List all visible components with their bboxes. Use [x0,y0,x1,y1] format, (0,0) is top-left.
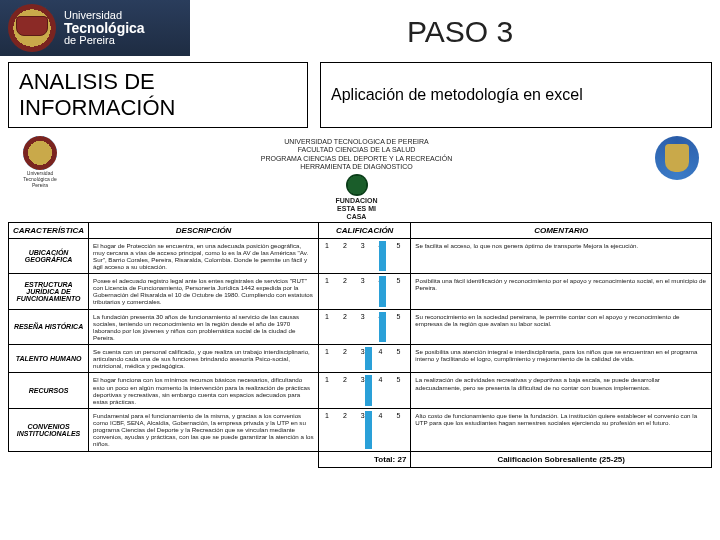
subtitle-left-box: ANALISIS DE INFORMACIÓN [8,62,308,128]
col-comentario: COMENTARIO [411,222,712,238]
rating-scale: 1 2 3 4 5 [325,242,406,249]
rating-scale: 1 2 3 4 5 [325,277,406,284]
table-row: RECURSOSEl hogar funciona con los mínimo… [9,373,712,409]
total-label: Total: [374,455,395,464]
row-comment: Alto costo de funcionamiento que tiene l… [411,408,712,451]
doc-title-l1: UNIVERSIDAD TECNOLOGICA DE PEREIRA [64,138,649,146]
table-row: ESTRUCTURA JURÍDICA DE FUNCIONAMIENTOPos… [9,274,712,310]
table-row: RESEÑA HISTÓRICALa fundación presenta 30… [9,309,712,345]
university-name: Universidad Tecnológica de Pereira [64,10,145,46]
crest-caption: Universidad Tecnológica de Pereira [16,170,64,188]
rating-highlight [365,347,372,370]
subtitle-right-box: Aplicación de metodología en excel [320,62,712,128]
globe-icon [346,174,368,196]
row-description: Se cuenta con un personal calificado, y … [89,345,319,373]
doc-crest-icon: Universidad Tecnológica de Pereira [16,136,64,188]
row-description: Posee el adecuado registro legal ante lo… [89,274,319,310]
rating-scale: 1 2 3 4 5 [325,313,406,320]
row-comment: Se posibilita una atención integral e in… [411,345,712,373]
university-line2: Tecnológica [64,21,145,35]
rating-highlight [379,312,386,343]
table-header-row: CARACTERÍSTICA DESCRIPCIÓN CALIFICACIÓN … [9,222,712,238]
rating-highlight [365,411,372,449]
row-description: Fundamental para el funcionamiento de la… [89,408,319,451]
foundation-logo: FUNDACION ESTA ES MI CASA [332,174,382,220]
row-comment: Posibilita una fácil identificación y re… [411,274,712,310]
col-calificacion: CALIFICACIÓN [319,222,411,238]
row-rating: 1 2 3 4 5 [319,274,411,310]
doc-title-block: UNIVERSIDAD TECNOLOGICA DE PEREIRA FACUL… [64,136,649,220]
foundation-l1: FUNDACION [332,197,382,204]
rating-highlight [379,241,386,272]
total-row: Total: 27 Calificación Sobresaliente (25… [9,451,712,467]
table-row: UBICACIÓN GEOGRÁFICAEl hogar de Protecci… [9,238,712,274]
row-description: La fundación presenta 30 años de funcion… [89,309,319,345]
row-characteristic: RECURSOS [9,373,89,409]
doc-title-l2: FACULTAD CIENCIAS DE LA SALUD [64,146,649,154]
row-comment: Su reconocimiento en la sociedad pereira… [411,309,712,345]
subheader: ANALISIS DE INFORMACIÓN Aplicación de me… [0,56,720,132]
row-rating: 1 2 3 4 5 [319,408,411,451]
doc-title-l3: PROGRAMA CIENCIAS DEL DEPORTE Y LA RECRE… [64,155,649,163]
rating-highlight [379,276,386,307]
row-rating: 1 2 3 4 5 [319,345,411,373]
row-characteristic: TALENTO HUMANO [9,345,89,373]
row-comment: Se facilita el acceso, lo que nos genera… [411,238,712,274]
row-characteristic: CONVENIOS INSTITUCIONALES [9,408,89,451]
step-title-area: PASO 3 [200,4,720,60]
total-value: 27 [397,455,406,464]
step-title: PASO 3 [407,15,513,49]
row-description: El hogar funciona con los mínimos recurs… [89,373,319,409]
table-row: TALENTO HUMANOSe cuenta con un personal … [9,345,712,373]
foundation-l2: ESTA ES MI [332,205,382,212]
table-row: CONVENIOS INSTITUCIONALESFundamental par… [9,408,712,451]
doc-header: Universidad Tecnológica de Pereira UNIVE… [8,136,712,220]
row-rating: 1 2 3 4 5 [319,309,411,345]
foundation-l3: CASA [332,213,382,220]
rating-highlight [365,375,372,406]
program-badge-icon [649,136,704,186]
university-line3: de Pereira [64,35,145,46]
row-characteristic: UBICACIÓN GEOGRÁFICA [9,238,89,274]
row-characteristic: ESTRUCTURA JURÍDICA DE FUNCIONAMIENTO [9,274,89,310]
doc-title-l4: HERRAMIENTA DE DIAGNOSTICO [64,163,649,171]
row-characteristic: RESEÑA HISTÓRICA [9,309,89,345]
document-preview: Universidad Tecnológica de Pereira UNIVE… [8,136,712,540]
row-rating: 1 2 3 4 5 [319,373,411,409]
university-crest-icon [8,4,56,52]
row-comment: La realización de actividades recreativa… [411,373,712,409]
row-description: El hogar de Protección se encuentra, en … [89,238,319,274]
row-rating: 1 2 3 4 5 [319,238,411,274]
col-caracteristica: CARACTERÍSTICA [9,222,89,238]
col-descripcion: DESCRIPCIÓN [89,222,319,238]
rating-box: Calificación Sobresaliente (25-25) [411,451,712,467]
diagnostic-table: CARACTERÍSTICA DESCRIPCIÓN CALIFICACIÓN … [8,222,712,468]
header-bar: Universidad Tecnológica de Pereira PASO … [0,0,720,56]
